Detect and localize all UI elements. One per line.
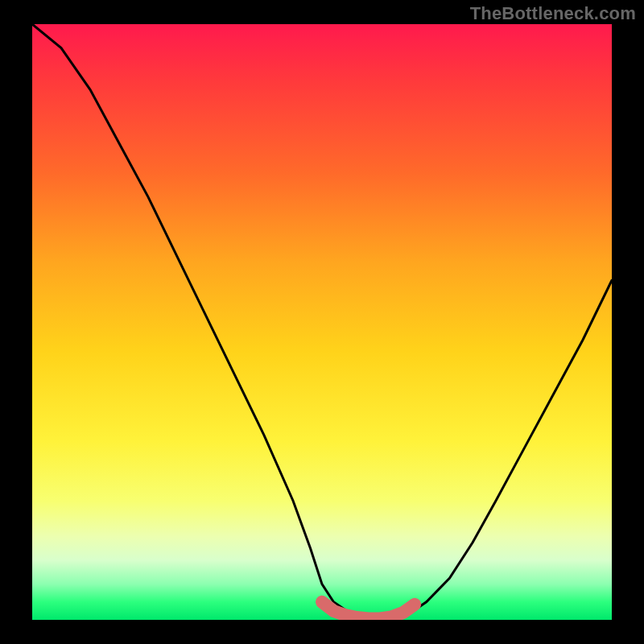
chart-frame: TheBottleneck.com <box>0 0 644 644</box>
plot-area <box>32 24 612 620</box>
watermark-label: TheBottleneck.com <box>470 3 636 24</box>
bottleneck-curve <box>32 24 612 620</box>
chart-svg <box>32 24 612 620</box>
